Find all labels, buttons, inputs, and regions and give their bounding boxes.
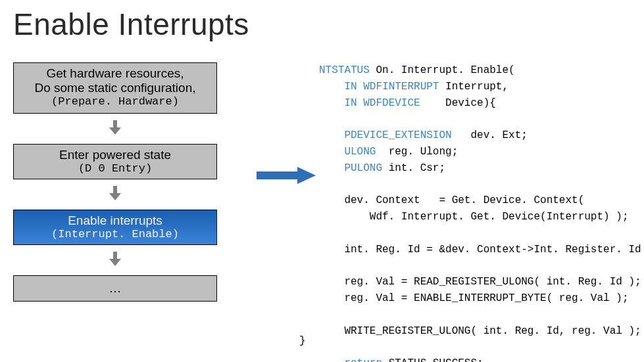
step-title: Enter powered state: [16, 148, 214, 162]
code-text: STATUS_SUCCESS;: [389, 357, 483, 362]
step-func: (D 0 Entry): [16, 162, 214, 175]
step-func: (Prepare. Hardware): [16, 95, 214, 108]
code-keyword: ULONG: [319, 146, 389, 158]
code-closing-brace: }: [299, 335, 306, 347]
step-d0-entry: Enter powered state (D 0 Entry): [13, 144, 217, 179]
code-text: dev. Ext;: [470, 129, 527, 141]
code-text: Interrupt,: [445, 81, 508, 93]
step-ellipsis: …: [13, 275, 217, 302]
code-keyword: return: [319, 357, 389, 362]
code-text: reg. Val = ENABLE_INTERRUPT_BYTE( reg. V…: [319, 292, 628, 304]
page-title: Enable Interrupts: [13, 7, 249, 42]
down-arrow-icon: [13, 186, 217, 203]
svg-marker-5: [109, 259, 121, 266]
svg-rect-2: [113, 186, 117, 193]
code-text: WRITE_REGISTER_ULONG( int. Reg. Id, reg.…: [319, 325, 641, 337]
step-title: Get hardware resources, Do some static c…: [16, 66, 214, 95]
code-keyword: WDFDEVICE: [363, 97, 445, 109]
down-arrow-icon: [13, 120, 217, 137]
svg-rect-6: [257, 171, 297, 179]
code-keyword: IN: [319, 97, 363, 109]
flow-column: Get hardware resources, Do some static c…: [13, 62, 217, 302]
down-arrow-icon: [13, 252, 217, 269]
svg-rect-4: [113, 252, 117, 259]
svg-rect-0: [113, 120, 117, 127]
step-title: …: [109, 281, 122, 296]
svg-marker-7: [297, 167, 316, 184]
code-keyword: WDFINTERRUPT: [363, 81, 445, 93]
code-text: Device){: [445, 97, 496, 109]
code-block: NTSTATUS On. Interrupt. Enable( IN WDFIN…: [319, 62, 635, 362]
code-text: reg. Val = READ_REGISTER_ULONG( int. Reg…: [319, 276, 641, 288]
code-keyword: NTSTATUS: [319, 64, 376, 76]
code-text: int. Reg. Id = &dev. Context->Int. Regis…: [319, 244, 641, 256]
step-prepare-hardware: Get hardware resources, Do some static c…: [13, 62, 217, 114]
slide: { "title": "Enable Interrupts", "steps":…: [0, 0, 644, 362]
right-arrow-icon: [257, 167, 316, 184]
step-func: (Interrupt. Enable): [16, 228, 214, 241]
code-keyword: PULONG: [319, 162, 389, 174]
code-text: On. Interrupt. Enable(: [376, 64, 514, 76]
code-keyword: PDEVICE_EXTENSION: [319, 129, 470, 141]
step-title: Enable interrupts: [16, 214, 214, 228]
code-text: int. Csr;: [389, 162, 445, 174]
svg-marker-1: [109, 127, 121, 135]
code-text: reg. Ulong;: [389, 146, 458, 158]
step-interrupt-enable: Enable interrupts (Interrupt. Enable): [13, 210, 217, 245]
code-text: dev. Context = Get. Device. Context(: [319, 194, 584, 206]
svg-marker-3: [109, 193, 121, 200]
code-keyword: IN: [319, 81, 363, 93]
code-text: Wdf. Interrupt. Get. Device(Interrupt) )…: [319, 211, 628, 223]
